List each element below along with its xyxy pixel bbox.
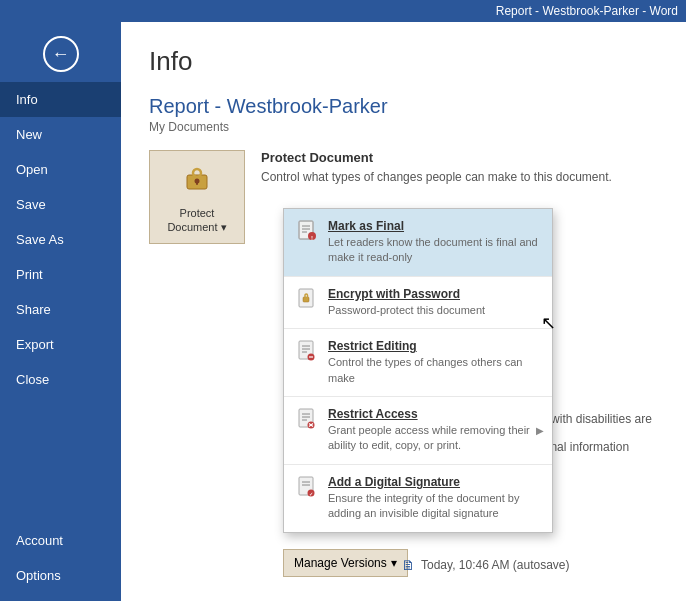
sidebar-item-info[interactable]: Info: [0, 82, 121, 117]
sidebar: ← Info New Open Save Save As Print Share…: [0, 22, 121, 601]
back-button[interactable]: ←: [37, 30, 85, 78]
sidebar-item-save-as[interactable]: Save As: [0, 222, 121, 257]
mark-as-final-text: Mark as Final Let readers know the docum…: [328, 219, 540, 266]
svg-rect-3: [196, 182, 198, 185]
restrict-editing-title: Restrict Editing: [328, 339, 540, 353]
svg-rect-1: [193, 169, 201, 177]
autosave-text: Today, 10:46 AM (autosave): [421, 558, 570, 572]
digital-signature-text: Add a Digital Signature Ensure the integ…: [328, 475, 540, 522]
sidebar-item-export[interactable]: Export: [0, 327, 121, 362]
sidebar-item-save[interactable]: Save: [0, 187, 121, 222]
sidebar-item-share[interactable]: Share: [0, 292, 121, 327]
main-content: Info Report - Westbrook-Parker My Docume…: [121, 22, 686, 601]
sidebar-item-account[interactable]: Account: [0, 523, 121, 558]
sidebar-item-close[interactable]: Close: [0, 362, 121, 397]
protect-button-label: Protect Document ▾: [154, 206, 240, 235]
dropdown-item-restrict-access[interactable]: Restrict Access Grant people access whil…: [284, 397, 552, 465]
mark-as-final-title: Mark as Final: [328, 219, 540, 233]
doc-location: My Documents: [149, 120, 658, 134]
restrict-editing-desc: Control the types of changes others can …: [328, 355, 540, 386]
dropdown-item-restrict-editing[interactable]: Restrict Editing Control the types of ch…: [284, 329, 552, 397]
sidebar-item-options[interactable]: Options: [0, 558, 121, 593]
restrict-access-icon: [296, 408, 318, 430]
protect-dropdown-menu: ! Mark as Final Let readers know the doc…: [283, 208, 553, 533]
dropdown-item-digital-signature[interactable]: ✓ Add a Digital Signature Ensure the int…: [284, 465, 552, 532]
digital-signature-icon: ✓: [296, 476, 318, 498]
svg-text:✓: ✓: [309, 490, 313, 496]
page-title: Info: [149, 46, 658, 77]
encrypt-password-icon: [296, 288, 318, 310]
protect-description: Control what types of changes people can…: [261, 169, 658, 186]
doc-title: Report - Westbrook-Parker: [149, 95, 658, 118]
restrict-access-title: Restrict Access: [328, 407, 540, 421]
sidebar-item-new[interactable]: New: [0, 117, 121, 152]
restrict-access-text: Restrict Access Grant people access whil…: [328, 407, 540, 454]
encrypt-password-text: Encrypt with Password Password-protect t…: [328, 287, 485, 318]
svg-text:!: !: [311, 235, 313, 241]
dropdown-item-mark-as-final[interactable]: ! Mark as Final Let readers know the doc…: [284, 209, 552, 277]
mark-as-final-desc: Let readers know the document is final a…: [328, 235, 540, 266]
back-circle-icon: ←: [43, 36, 79, 72]
restrict-editing-icon: [296, 340, 318, 362]
manage-versions-section: Manage Versions ▾: [283, 549, 408, 577]
protect-desc: Protect Document Control what types of c…: [261, 150, 658, 186]
mark-as-final-icon: !: [296, 220, 318, 242]
encrypt-password-desc: Password-protect this document: [328, 303, 485, 318]
protect-icon: [179, 159, 215, 202]
manage-versions-chevron: ▾: [391, 556, 397, 570]
sidebar-item-print[interactable]: Print: [0, 257, 121, 292]
protect-document-button[interactable]: Protect Document ▾: [149, 150, 245, 244]
encrypt-password-title: Encrypt with Password: [328, 287, 485, 301]
manage-versions-button[interactable]: Manage Versions ▾: [283, 549, 408, 577]
word-icon: 🗎: [401, 557, 415, 573]
restrict-editing-text: Restrict Editing Control the types of ch…: [328, 339, 540, 386]
title-bar-text: Report - Westbrook-Parker - Word: [496, 4, 678, 18]
autosave-info: 🗎 Today, 10:46 AM (autosave): [401, 557, 570, 573]
protect-heading: Protect Document: [261, 150, 658, 165]
sidebar-item-open[interactable]: Open: [0, 152, 121, 187]
restrict-access-desc: Grant people access while removing their…: [328, 423, 540, 454]
dropdown-item-encrypt-password[interactable]: Encrypt with Password Password-protect t…: [284, 277, 552, 329]
digital-signature-desc: Ensure the integrity of the document by …: [328, 491, 540, 522]
manage-versions-label: Manage Versions: [294, 556, 387, 570]
digital-signature-title: Add a Digital Signature: [328, 475, 540, 489]
